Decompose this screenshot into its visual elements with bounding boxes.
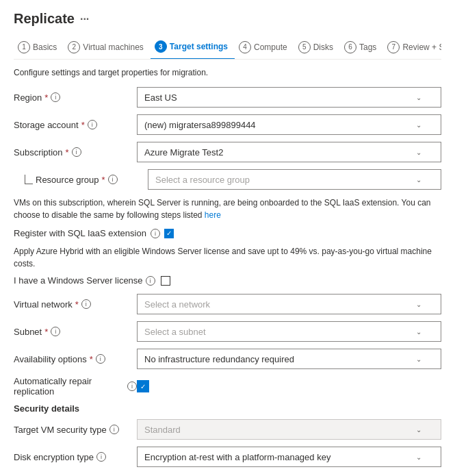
region-value: East US <box>144 92 177 103</box>
subscription-row: Subscription * i Azure Migrate Test2 ⌄ <box>14 142 441 162</box>
form-description: Configure settings and target properties… <box>14 68 441 77</box>
step-label-basics: Basics <box>33 42 57 52</box>
step-number-tags: 6 <box>344 41 356 53</box>
sql-register-row: Register with SQL IaaS extension i ✓ <box>14 228 441 238</box>
region-dropdown-arrow: ⌄ <box>416 94 421 101</box>
step-disks[interactable]: 5 Disks <box>294 36 340 59</box>
sql-register-label: Register with SQL IaaS extension <box>14 228 146 238</box>
availability-options-label: Availability options * i <box>14 354 137 364</box>
disk-encryption-control: Encryption at-rest with a platform-manag… <box>137 447 441 467</box>
region-info-icon[interactable]: i <box>51 92 60 102</box>
availability-options-row: Availability options * i No infrastructu… <box>14 349 441 369</box>
disk-encryption-info-icon[interactable]: i <box>96 452 106 462</box>
target-vm-security-control: Standard ⌄ <box>137 419 441 440</box>
resource-group-placeholder: Select a resource group <box>155 175 250 185</box>
step-target-settings[interactable]: 3 Target settings <box>151 35 235 60</box>
virtual-network-dropdown[interactable]: Select a network ⌄ <box>137 294 441 314</box>
subnet-control: Select a subnet ⌄ <box>137 321 441 342</box>
subscription-info-icon[interactable]: i <box>72 147 81 157</box>
step-number-disks: 5 <box>298 41 311 53</box>
region-dropdown[interactable]: East US ⌄ <box>137 87 441 108</box>
target-vm-security-dropdown[interactable]: Standard ⌄ <box>137 419 441 440</box>
storage-account-dropdown[interactable]: (new) migratersa899899444 ⌄ <box>137 114 441 135</box>
step-number-basics: 1 <box>18 41 30 53</box>
virtual-network-row: Virtual network * i Select a network ⌄ <box>14 294 441 314</box>
windows-license-label: I have a Windows Server license i <box>14 275 155 286</box>
availability-options-dropdown[interactable]: No infrastructure redundancy required ⌄ <box>137 349 441 369</box>
subnet-info-icon[interactable]: i <box>51 327 60 336</box>
step-label-review: Review + Start replication <box>402 42 441 52</box>
step-label-disks: Disks <box>313 42 333 52</box>
target-vm-security-info-icon[interactable]: i <box>109 425 119 434</box>
availability-options-control: No infrastructure redundancy required ⌄ <box>137 349 441 369</box>
region-required: * <box>44 92 48 103</box>
subscription-control: Azure Migrate Test2 ⌄ <box>137 142 441 162</box>
indent-line <box>25 175 33 184</box>
resource-group-dropdown[interactable]: Select a resource group ⌄ <box>148 169 441 190</box>
region-label: Region * i <box>14 92 137 103</box>
storage-dropdown-arrow: ⌄ <box>416 121 421 129</box>
vnet-required: * <box>75 299 79 310</box>
step-compute[interactable]: 4 Compute <box>235 36 294 59</box>
step-label-target: Target settings <box>170 42 228 51</box>
apply-hybrid-text: Apply Azure Hybrid with an eligible Wind… <box>14 245 441 270</box>
ellipsis-menu-icon[interactable]: ··· <box>80 13 89 25</box>
availability-info-icon[interactable]: i <box>96 354 105 364</box>
step-number-compute: 4 <box>239 41 251 53</box>
windows-license-info-icon[interactable]: i <box>146 276 155 286</box>
subnet-label: Subnet * i <box>14 327 137 337</box>
resource-group-info-icon[interactable]: i <box>108 175 118 184</box>
step-virtual-machines[interactable]: 2 Virtual machines <box>64 36 151 59</box>
subscription-label: Subscription * i <box>14 147 137 158</box>
subscription-dropdown-arrow: ⌄ <box>416 149 421 156</box>
resource-group-dropdown-arrow: ⌄ <box>416 176 421 184</box>
subnet-row: Subnet * i Select a subnet ⌄ <box>14 321 441 342</box>
sql-info-link[interactable]: here <box>205 210 221 220</box>
wizard-steps: 1 Basics 2 Virtual machines 3 Target set… <box>14 35 441 60</box>
disk-encryption-row: Disk encryption type i Encryption at-res… <box>14 447 441 467</box>
subnet-dropdown-arrow: ⌄ <box>416 328 421 336</box>
vnet-dropdown-arrow: ⌄ <box>416 301 421 308</box>
virtual-network-control: Select a network ⌄ <box>137 294 441 314</box>
windows-license-row: I have a Windows Server license i <box>14 275 441 286</box>
target-vm-security-row: Target VM security type i Standard ⌄ <box>14 419 441 440</box>
disk-encryption-value: Encryption at-rest with a platform-manag… <box>144 452 330 462</box>
vnet-info-icon[interactable]: i <box>81 299 91 309</box>
virtual-network-label: Virtual network * i <box>14 299 137 310</box>
target-vm-security-arrow: ⌄ <box>416 426 421 434</box>
subscription-dropdown[interactable]: Azure Migrate Test2 ⌄ <box>137 142 441 162</box>
auto-repair-info-icon[interactable]: i <box>127 381 137 391</box>
step-basics[interactable]: 1 Basics <box>14 36 64 59</box>
subnet-dropdown[interactable]: Select a subnet ⌄ <box>137 321 441 342</box>
availability-value: No infrastructure redundancy required <box>144 354 294 364</box>
auto-repair-label: Automatically repair replication i <box>14 376 137 397</box>
auto-repair-checkbox[interactable]: ✓ <box>137 380 149 392</box>
step-label-compute: Compute <box>254 42 287 52</box>
page-title: Replicate <box>14 11 75 27</box>
step-review[interactable]: 7 Review + Start replication <box>383 36 441 59</box>
sql-info-text: VMs on this subscription, wherein SQL Se… <box>14 198 430 220</box>
disk-encryption-dropdown[interactable]: Encryption at-rest with a platform-manag… <box>137 447 441 467</box>
windows-license-checkbox[interactable] <box>161 276 170 286</box>
subscription-required: * <box>66 147 69 158</box>
virtual-network-placeholder: Select a network <box>144 299 210 310</box>
target-vm-security-label: Target VM security type i <box>14 425 137 435</box>
auto-repair-label-text: Automatically repair replication <box>14 376 125 397</box>
sql-register-info-icon[interactable]: i <box>151 229 160 238</box>
sql-register-checkbox[interactable]: ✓ <box>164 229 174 238</box>
region-control: East US ⌄ <box>137 87 441 108</box>
step-tags[interactable]: 6 Tags <box>340 36 383 59</box>
auto-repair-checkmark: ✓ <box>140 383 146 390</box>
step-label-vm: Virtual machines <box>83 42 144 52</box>
resource-group-control: Select a resource group ⌄ <box>148 169 441 190</box>
target-vm-security-value: Standard <box>144 425 181 435</box>
disk-encryption-label: Disk encryption type i <box>14 452 137 462</box>
step-number-target: 3 <box>155 40 167 53</box>
resource-group-label: Resource group * i <box>36 175 148 185</box>
region-row: Region * i East US ⌄ <box>14 87 441 108</box>
storage-control: (new) migratersa899899444 ⌄ <box>137 114 441 135</box>
subnet-required: * <box>44 327 48 337</box>
auto-repair-row: Automatically repair replication i ✓ <box>14 376 441 397</box>
storage-info-icon[interactable]: i <box>88 120 97 129</box>
sql-info-box: VMs on this subscription, wherein SQL Se… <box>14 197 441 221</box>
